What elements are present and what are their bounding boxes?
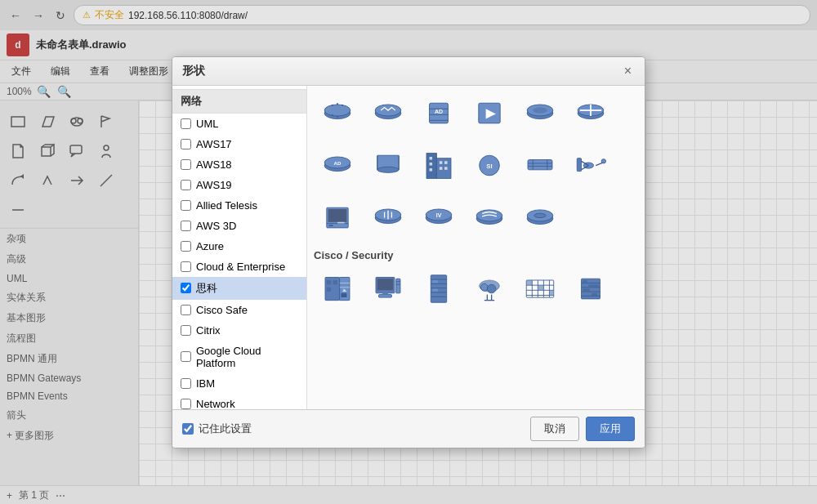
- svg-text:SI: SI: [486, 163, 492, 170]
- preview-icon-satellite[interactable]: [567, 145, 614, 187]
- shapes-list-item-aws18[interactable]: AWS18: [172, 154, 306, 175]
- preview-icon-tape[interactable]: [516, 145, 564, 187]
- shapes-list-item-cisco-safe[interactable]: Cisco Safe: [172, 300, 306, 320]
- modal-overlay: 形状 × 网络 UML AWS17 AWS18: [0, 0, 817, 504]
- svg-rect-131: [583, 288, 590, 292]
- checkbox-cisco-safe[interactable]: [181, 305, 191, 315]
- modal-body: 网络 UML AWS17 AWS18 AWS19: [172, 86, 645, 409]
- svg-rect-48: [440, 161, 443, 164]
- label-aws3d: AWS 3D: [196, 220, 236, 232]
- svg-rect-66: [328, 209, 347, 222]
- preview-icon-disc2[interactable]: AD: [314, 145, 361, 187]
- preview-grid-row3: IV: [314, 197, 638, 239]
- checkbox-aws17[interactable]: [181, 139, 191, 149]
- preview-icon-sec2[interactable]: [364, 268, 412, 310]
- preview-icon-disc3[interactable]: [364, 197, 412, 239]
- shapes-list-item-gcp[interactable]: Google Cloud Platform: [172, 341, 306, 373]
- modal-title: 形状: [182, 64, 205, 78]
- checkbox-citrix[interactable]: [181, 325, 191, 336]
- checkbox-allied-telesis[interactable]: [181, 200, 191, 211]
- svg-rect-45: [430, 157, 433, 160]
- shapes-list-header: 网络: [172, 89, 306, 114]
- checkbox-uml[interactable]: [181, 118, 191, 129]
- preview-icon-router2[interactable]: [516, 92, 564, 135]
- svg-rect-96: [396, 279, 400, 293]
- remember-checkbox[interactable]: [182, 423, 194, 435]
- svg-rect-62: [577, 158, 581, 171]
- shapes-list-item-network[interactable]: Network: [172, 394, 306, 409]
- svg-rect-132: [592, 292, 597, 296]
- svg-point-82: [534, 213, 546, 217]
- preview-icon-si-node[interactable]: SI: [466, 145, 513, 187]
- shapes-list-item-aws19[interactable]: AWS19: [172, 175, 306, 195]
- svg-rect-129: [583, 280, 587, 283]
- svg-rect-94: [379, 294, 392, 297]
- checkbox-aws18[interactable]: [181, 159, 191, 170]
- cancel-button[interactable]: 取消: [530, 417, 579, 441]
- modal-close-button[interactable]: ×: [621, 64, 635, 78]
- preview-icon-sec6[interactable]: [567, 268, 614, 310]
- preview-icon-box2[interactable]: [364, 145, 412, 187]
- preview-icon-server1[interactable]: AD: [415, 92, 462, 135]
- svg-line-63: [596, 163, 603, 166]
- svg-rect-50: [440, 167, 443, 170]
- shapes-list-item-aws3d[interactable]: AWS 3D: [172, 216, 306, 236]
- footer-left: 记住此设置: [182, 421, 524, 436]
- svg-point-31: [533, 107, 547, 113]
- checkbox-cisco[interactable]: [181, 283, 191, 293]
- checkbox-aws3d[interactable]: [181, 221, 191, 231]
- svg-rect-95: [382, 292, 388, 294]
- svg-rect-47: [430, 168, 433, 172]
- modal-header: 形状 ×: [172, 57, 645, 86]
- modal-footer: 记住此设置 取消 应用: [172, 409, 645, 448]
- preview-icon-router3[interactable]: [567, 92, 614, 135]
- label-uml: UML: [196, 118, 218, 130]
- apply-button[interactable]: 应用: [586, 417, 635, 441]
- svg-rect-68: [328, 225, 333, 226]
- checkbox-network[interactable]: [181, 399, 191, 409]
- label-cisco: 思科: [196, 281, 217, 296]
- preview-icon-media1[interactable]: [466, 92, 513, 135]
- preview-icon-terminal[interactable]: [314, 197, 361, 239]
- shapes-list-item-azure[interactable]: Azure: [172, 236, 306, 256]
- preview-icon-router1[interactable]: [314, 92, 361, 135]
- svg-rect-122: [538, 285, 543, 290]
- shapes-list-item-citrix[interactable]: Citrix: [172, 320, 306, 341]
- shapes-list-item-allied-telesis[interactable]: Allied Telesis: [172, 195, 306, 216]
- svg-text:AD: AD: [435, 108, 443, 114]
- preview-grid-row1: AD: [314, 92, 638, 135]
- preview-icon-disc5[interactable]: [516, 197, 564, 239]
- preview-icon-roman-iv[interactable]: IV: [415, 197, 462, 239]
- preview-icon-disc4[interactable]: [466, 197, 513, 239]
- shapes-list-item-aws17[interactable]: AWS17: [172, 134, 306, 154]
- svg-rect-49: [444, 161, 448, 164]
- svg-point-64: [601, 158, 605, 163]
- preview-icon-sec4[interactable]: [466, 268, 513, 310]
- svg-rect-105: [432, 280, 438, 283]
- remember-label: 记住此设置: [199, 421, 252, 436]
- svg-rect-123: [549, 290, 553, 295]
- svg-rect-86: [327, 287, 331, 291]
- shapes-list-item-uml[interactable]: UML: [172, 114, 306, 134]
- svg-rect-85: [327, 280, 331, 284]
- shapes-list: 网络 UML AWS17 AWS18 AWS19: [172, 86, 307, 409]
- shapes-list-item-cloud-enterprise[interactable]: Cloud & Enterprise: [172, 256, 306, 277]
- svg-rect-44: [436, 158, 451, 178]
- svg-rect-46: [430, 163, 433, 166]
- shapes-list-item-ibm[interactable]: IBM: [172, 373, 306, 394]
- svg-rect-106: [432, 288, 438, 292]
- svg-rect-69: [337, 221, 345, 223]
- preview-grid-row2: AD: [314, 145, 638, 187]
- checkbox-aws19[interactable]: [181, 180, 191, 190]
- preview-icon-switch1[interactable]: [364, 92, 412, 135]
- checkbox-ibm[interactable]: [181, 378, 191, 389]
- checkbox-cloud-enterprise[interactable]: [181, 261, 191, 272]
- shapes-list-item-cisco[interactable]: 思科: [172, 277, 306, 300]
- checkbox-gcp[interactable]: [181, 351, 191, 362]
- preview-icon-sec3[interactable]: [415, 268, 462, 310]
- checkbox-azure[interactable]: [181, 241, 191, 252]
- preview-icon-sec5[interactable]: [516, 268, 564, 310]
- preview-icon-building[interactable]: [415, 145, 462, 187]
- preview-icon-sec1[interactable]: [314, 268, 361, 310]
- svg-rect-121: [526, 280, 532, 285]
